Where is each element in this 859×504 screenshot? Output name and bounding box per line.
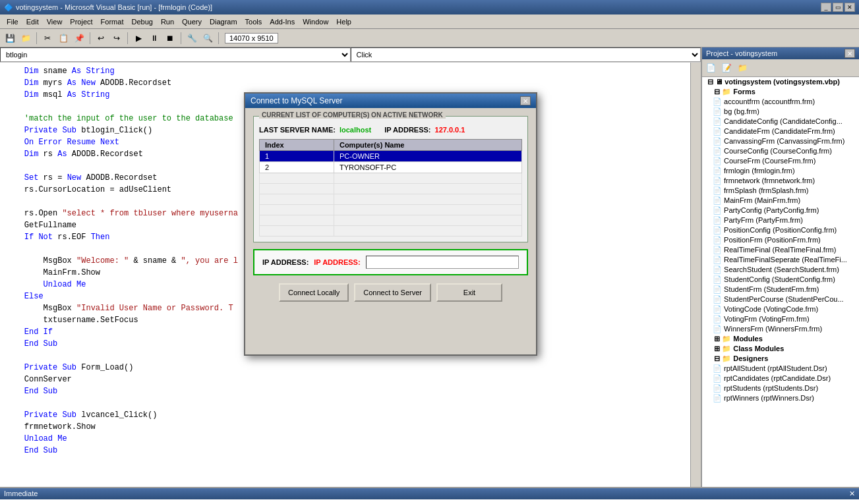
modal-titlebar: Connect to MySQL Server ✕ — [245, 94, 536, 108]
modal-title-text: Connect to MySQL Server — [251, 96, 343, 105]
table-row — [260, 205, 522, 215]
ip-address-value: 127.0.0.1 — [435, 126, 465, 134]
row-index: 2 — [260, 162, 334, 173]
network-group: CURRENT LIST OF COMPUTER(S) ON ACTIVE NE… — [253, 116, 528, 242]
table-row[interactable]: 1 PC-OWNER — [260, 151, 522, 162]
network-group-title: CURRENT LIST OF COMPUTER(S) ON ACTIVE NE… — [259, 111, 446, 119]
modal-overlay: Connect to MySQL Server ✕ CURRENT LIST O… — [0, 0, 859, 504]
connect-mysql-dialog: Connect to MySQL Server ✕ CURRENT LIST O… — [244, 92, 537, 356]
table-row — [260, 173, 522, 184]
computer-table: Index Computer(s) Name 1 PC-OWNER 2 TYRO… — [259, 139, 522, 237]
exit-button[interactable]: Exit — [436, 283, 502, 302]
modal-body: CURRENT LIST OF COMPUTER(S) ON ACTIVE NE… — [245, 108, 536, 310]
col-name: Computer(s) Name — [334, 140, 521, 151]
modal-close-button[interactable]: ✕ — [520, 96, 531, 105]
table-row — [260, 226, 522, 237]
table-row — [260, 215, 522, 226]
table-row — [260, 194, 522, 205]
ip-input-group: IP ADDRESS: IP ADDRESS: — [253, 249, 528, 275]
ip-input-colon: IP ADDRESS: — [314, 258, 360, 266]
last-server-label: LAST SERVER NAME: — [259, 126, 336, 134]
connect-to-server-button[interactable]: Connect to Server — [354, 283, 431, 302]
ip-address-input[interactable] — [366, 256, 519, 269]
last-server-value: localhost — [340, 126, 371, 134]
last-server-row: LAST SERVER NAME: localhost IP ADDRESS: … — [259, 126, 522, 134]
col-index: Index — [260, 140, 334, 151]
row-index: 1 — [260, 151, 334, 162]
table-row[interactable]: 2 TYRONSOFT-PC — [260, 162, 522, 173]
modal-buttons: Connect Locally Connect to Server Exit — [253, 283, 528, 302]
table-row — [260, 184, 522, 194]
row-name: PC-OWNER — [334, 151, 521, 162]
row-name: TYRONSOFT-PC — [334, 162, 521, 173]
connect-locally-button[interactable]: Connect Locally — [279, 283, 349, 302]
ip-address-label: IP ADDRESS: — [384, 126, 430, 134]
ip-input-label: IP ADDRESS: — [262, 258, 309, 266]
